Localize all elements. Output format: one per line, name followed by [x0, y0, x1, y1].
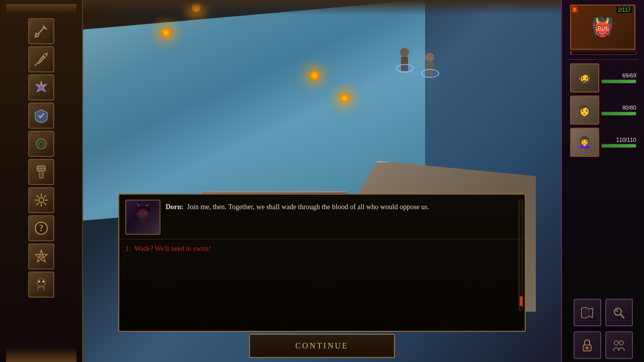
sidebar-btn-settings[interactable] [28, 187, 54, 213]
hp-container-4: 110/110 [601, 137, 636, 148]
sidebar-right: 2 👹 2/117 🧔 69/69 👩 80/80 [561, 0, 644, 362]
portrait-char-3[interactable]: 👩 80/80 [568, 95, 638, 126]
torch-3 [309, 70, 319, 80]
dialogue-text-area: Dorn: Join me, then. Together, we shall … [166, 200, 519, 212]
hp-bar-fill-2 [602, 80, 636, 83]
sidebar-btn-death[interactable] [28, 272, 54, 298]
portrait-frame-4: 👩‍🦱 [570, 128, 599, 157]
dialogue-portrait-inner [126, 201, 159, 234]
sidebar-btn-magic[interactable] [28, 74, 54, 101]
portrait-frame-2: 🧔 [570, 63, 599, 93]
hp-bar-bg-4 [601, 144, 636, 148]
dialogue-scrollbar[interactable] [519, 200, 523, 311]
svg-rect-6 [39, 171, 43, 178]
hp-bar-fill-3 [602, 112, 636, 115]
right-btn-party[interactable] [605, 331, 633, 359]
svg-point-16 [616, 310, 618, 312]
dialogue-speaker: Dorn: [166, 203, 184, 211]
hp-container-2: 69/69 [601, 72, 636, 83]
svg-point-20 [619, 341, 623, 345]
portrait-face-2: 🧔 [571, 64, 598, 92]
svg-point-23 [139, 212, 142, 214]
sidebar-btn-weapon[interactable] [28, 46, 54, 72]
right-bottom-buttons-row2 [573, 330, 634, 360]
hp-text-2: 69/69 [601, 72, 636, 78]
option-text-1: Wade? We'll need to swim! [134, 245, 211, 252]
sidebar-left: ? [0, 0, 83, 362]
dialogue-header: Dorn: Join me, then. Together, we shall … [119, 195, 525, 239]
character-npc-2 [425, 53, 434, 76]
svg-point-8 [39, 198, 44, 203]
svg-point-14 [42, 281, 44, 283]
torch-1 [161, 28, 171, 38]
main-portrait-container: 2 👹 2/117 [568, 3, 638, 57]
dialogue-scrollbar-thumb [520, 296, 523, 306]
hp-text-3: 80/80 [601, 105, 636, 111]
sidebar-btn-eye[interactable] [28, 131, 54, 157]
svg-point-24 [144, 212, 147, 214]
continue-button[interactable]: CONTINUE [249, 334, 395, 358]
sidebar-btn-defend[interactable] [28, 103, 54, 129]
svg-text:?: ? [39, 223, 43, 233]
svg-point-18 [586, 347, 588, 349]
right-btn-lock[interactable] [574, 331, 601, 359]
main-hp-bar-bg [570, 51, 636, 55]
portrait-frame-3: 👩 [570, 96, 599, 125]
torch-4 [340, 93, 350, 103]
svg-point-19 [614, 341, 618, 345]
sidebar-btn-special[interactable] [28, 243, 54, 269]
portrait-char-4[interactable]: 👩‍🦱 110/110 [568, 127, 638, 158]
character-npc-1 [400, 48, 409, 71]
main-hp-display: 2/117 [616, 7, 632, 13]
portrait-char-2[interactable]: 🧔 69/69 [568, 62, 638, 94]
right-btn-search[interactable] [605, 299, 633, 326]
level-badge: 2 [572, 7, 578, 13]
continue-label: CONTINUE [295, 341, 349, 350]
main-hp-bar-fill [571, 51, 572, 54]
sidebar-btn-tool[interactable] [28, 159, 54, 185]
main-portrait-face: 👹 [591, 17, 614, 38]
sidebar-btn-attack[interactable] [28, 18, 54, 44]
portrait-face-4: 👩‍🦱 [571, 129, 598, 156]
main-portrait-frame: 2 👹 2/117 [570, 5, 635, 50]
sidebar-bottom-decor [6, 347, 76, 362]
hp-container-3: 80/80 [601, 105, 636, 116]
dialogue-portrait [125, 200, 160, 235]
sidebar-top-decor [6, 4, 76, 14]
dialogue-body-text: Join me, then. Together, we shall wade t… [187, 203, 430, 211]
stone-wall-top [83, 0, 561, 15]
right-btn-map[interactable] [574, 299, 601, 326]
svg-point-13 [38, 281, 40, 283]
hp-bar-bg-3 [601, 112, 636, 116]
svg-point-4 [40, 142, 41, 143]
svg-point-0 [36, 34, 39, 37]
hp-bar-bg-2 [601, 79, 636, 83]
hp-text-4: 110/110 [601, 137, 636, 143]
right-bottom-buttons-row1 [573, 298, 634, 327]
sidebar-btn-help[interactable]: ? [28, 215, 54, 241]
dialogue-box: Dorn: Join me, then. Together, we shall … [118, 194, 526, 332]
dialogue-main-text: Dorn: Join me, then. Together, we shall … [166, 202, 519, 212]
svg-point-11 [39, 254, 43, 258]
main-hp-bar-container [570, 51, 636, 55]
hp-bar-fill-4 [602, 144, 636, 147]
option-number-1: 1: [125, 245, 131, 252]
dialogue-options: 1: Wade? We'll need to swim! [119, 239, 525, 258]
portrait-face-3: 👩 [571, 97, 598, 124]
divider-1 [568, 59, 638, 60]
dialogue-option-1[interactable]: 1: Wade? We'll need to swim! [125, 243, 519, 254]
